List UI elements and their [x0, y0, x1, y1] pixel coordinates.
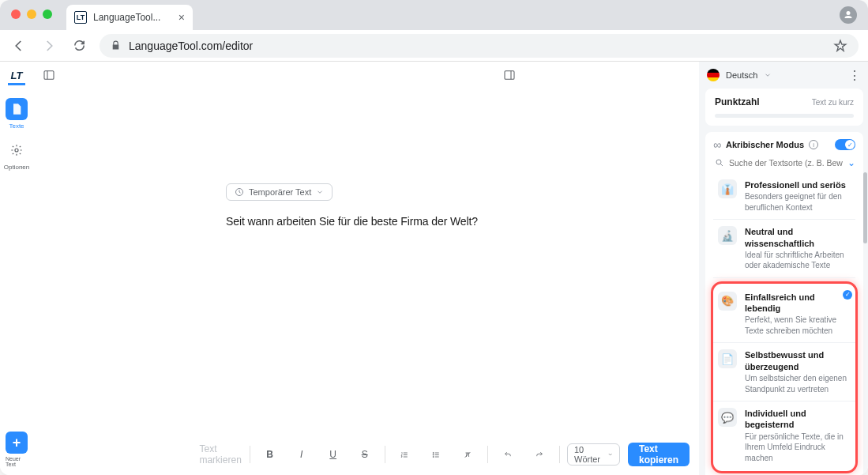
tab-favicon: LT [74, 11, 87, 24]
infinity-icon: ∞ [713, 138, 721, 151]
scrollbar-thumb[interactable] [863, 172, 867, 243]
search-icon [715, 158, 724, 168]
editor-topbar [33, 62, 699, 89]
browser-tab[interactable]: LT LanguageTool... × [66, 5, 193, 30]
rail-optionen-button[interactable]: Optionen [6, 136, 28, 174]
bottom-toolbar: Text markieren B I U S 10 Wörter Text ko [191, 439, 697, 470]
strikethrough-button[interactable]: S [353, 443, 377, 466]
url-bar: LanguageTool.com/editor [0, 30, 868, 62]
style-desc: Besonders geeignet für den beruflichen K… [745, 191, 851, 213]
copy-text-button[interactable]: Text kopieren [628, 443, 690, 466]
textsort-search-input[interactable] [729, 158, 843, 168]
app-body: LT Texte Optionen + Neuer Text [0, 62, 868, 475]
word-count-dropdown[interactable]: 10 Wörter [567, 443, 620, 466]
tab-close-icon[interactable]: × [178, 12, 185, 23]
chevron-down-icon[interactable]: ⌄ [847, 157, 855, 168]
ordered-list-button[interactable] [393, 443, 416, 466]
left-rail: LT Texte Optionen + Neuer Text [0, 62, 33, 475]
address-bar[interactable]: LanguageTool.com/editor [100, 34, 859, 58]
chevron-down-icon[interactable] [764, 71, 772, 79]
tab-title: LanguageTool... [93, 12, 160, 23]
reload-button[interactable] [70, 36, 88, 55]
bookmark-star-icon[interactable] [833, 39, 847, 53]
style-icon: 💬 [718, 408, 737, 427]
style-desc: Ideal für schriftliche Arbeiten oder aka… [745, 250, 851, 271]
style-icon: 🔬 [718, 226, 737, 245]
right-panel-scroll[interactable]: Punktzahl Text zu kurz ∞ Akribischer Mod… [699, 89, 868, 475]
svg-point-0 [15, 149, 18, 152]
document-body[interactable]: Temporärer Text Seit wann arbeiten Sie f… [33, 89, 699, 475]
score-card: Punktzahl Text zu kurz [705, 89, 863, 126]
window-controls [11, 9, 52, 19]
undo-button[interactable] [496, 443, 520, 466]
style-option-selbstbewusst[interactable]: 📄 Selbstbewusst und überzeugend Um selbs… [713, 343, 855, 401]
left-panel-toggle[interactable] [43, 69, 55, 81]
svg-point-4 [433, 452, 434, 453]
maximize-window-button[interactable] [43, 9, 52, 19]
style-option-individuell[interactable]: 💬 Individuell und begeisternd Für persön… [713, 401, 855, 469]
score-label: Punktzahl [715, 96, 760, 107]
mode-toggle[interactable] [835, 139, 855, 150]
browser-window: LT LanguageTool... × LanguageTool.com/ed… [0, 0, 868, 475]
clear-format-button[interactable] [456, 443, 479, 466]
style-title: Professionell und seriös [745, 179, 851, 190]
word-count-label: 10 Wörter [574, 445, 603, 464]
svg-point-5 [433, 454, 434, 454]
style-option-einfallsreich[interactable]: 🎨 Einfallsreich und lebendig Perfekt, we… [713, 285, 855, 344]
rail-optionen-label: Optionen [4, 164, 29, 171]
clock-icon [235, 187, 244, 197]
url-text: LanguageTool.com/editor [129, 40, 253, 52]
style-desc: Für persönliche Texte, die in Ihrem Umfe… [745, 432, 851, 464]
profile-button[interactable] [840, 6, 857, 24]
chevron-down-icon [316, 188, 324, 196]
mark-text-button[interactable]: Text markieren [199, 443, 242, 466]
style-title: Neutral und wissenschaftlich [745, 226, 851, 249]
style-title: Individuell und begeisternd [745, 408, 851, 431]
unordered-list-button[interactable] [424, 443, 448, 466]
style-icon: 🎨 [718, 292, 737, 311]
document-icon [6, 98, 28, 120]
style-icon: 👔 [718, 179, 737, 198]
textsort-search[interactable]: ⌄ [715, 157, 855, 168]
underline-button[interactable]: U [321, 443, 345, 466]
bold-button[interactable]: B [258, 443, 282, 466]
back-button[interactable] [9, 36, 28, 55]
style-desc: Perfekt, wenn Sie kreative Texte schreib… [745, 315, 851, 336]
close-window-button[interactable] [11, 9, 21, 19]
svg-point-7 [716, 160, 721, 164]
rail-texte-button[interactable]: Texte [6, 95, 28, 133]
style-option-neutral[interactable]: 🔬 Neutral und wissenschaftlich Ideal für… [713, 220, 855, 278]
rail-texte-label: Texte [9, 123, 24, 130]
plus-icon: + [6, 432, 28, 454]
italic-button[interactable]: I [290, 443, 314, 466]
right-panel-header: Deutsch ⋮ [699, 62, 868, 89]
style-title: Selbstbewusst und überzeugend [745, 349, 851, 372]
minimize-window-button[interactable] [27, 9, 36, 19]
editor-area: Temporärer Text Seit wann arbeiten Sie f… [33, 62, 699, 475]
chevron-down-icon [607, 450, 613, 458]
app-logo[interactable]: LT [8, 68, 25, 85]
svg-rect-2 [505, 71, 514, 80]
new-text-label: Neuer Text [6, 456, 28, 467]
info-icon[interactable]: i [809, 140, 818, 149]
language-label[interactable]: Deutsch [726, 70, 757, 80]
more-options-button[interactable]: ⋮ [848, 68, 860, 83]
mode-card: ∞ Akribischer Modus i ⌄ 👔 Pro [705, 132, 863, 475]
redo-button[interactable] [528, 443, 551, 466]
forward-button[interactable] [39, 36, 58, 55]
right-panel-toggle[interactable] [503, 69, 516, 81]
score-progress [715, 114, 854, 118]
temporary-text-label: Temporärer Text [249, 187, 311, 197]
style-desc: Um selbstsicher den eigenen Standpunkt z… [745, 373, 851, 394]
style-title: Einfallsreich und lebendig [745, 292, 851, 315]
temporary-text-dropdown[interactable]: Temporärer Text [226, 183, 333, 201]
highlighted-style-group: 🎨 Einfallsreich und lebendig Perfekt, we… [711, 281, 858, 473]
title-bar: LT LanguageTool... × [0, 0, 868, 30]
svg-point-6 [433, 456, 434, 457]
editor-content[interactable]: Seit wann arbeiten Sie für die beste Fir… [226, 215, 699, 228]
style-option-professionell[interactable]: 👔 Professionell und seriös Besonders gee… [713, 173, 855, 220]
svg-rect-1 [44, 71, 54, 80]
lock-icon [111, 40, 121, 51]
selected-check-icon: ✓ [843, 290, 852, 300]
new-text-button[interactable]: + Neuer Text [6, 432, 28, 467]
